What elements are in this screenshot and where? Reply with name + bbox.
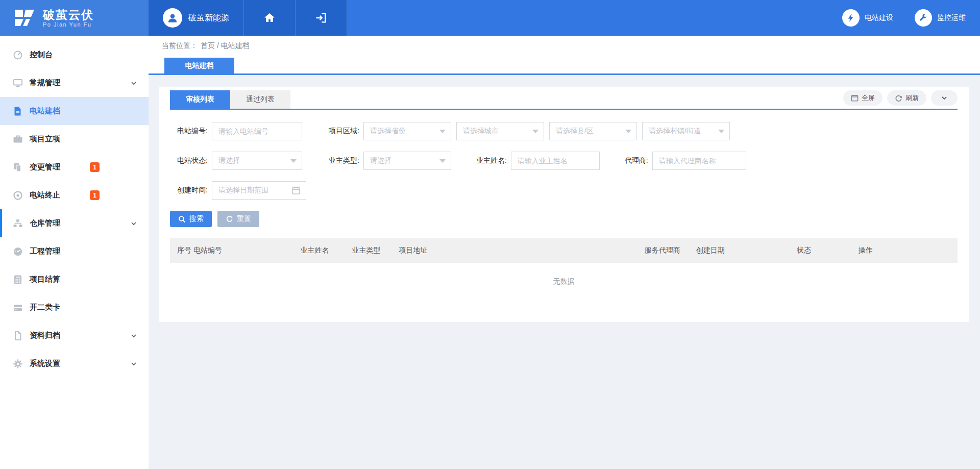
sidebar-item-system-settings[interactable]: 系统设置 <box>0 350 149 378</box>
search-icon <box>178 215 186 223</box>
page-tab-bar: 电站建档 <box>149 56 980 75</box>
top-bar: 破茧云伏 Po Jian Yun Fu 破茧新能源 <box>0 0 980 36</box>
select-caret-icon <box>718 130 724 133</box>
panel-tabs: 审核列表 通过列表 全屏 刷新 <box>170 90 958 110</box>
collapse-button[interactable] <box>931 90 958 106</box>
brand-logo: 破茧云伏 Po Jian Yun Fu <box>0 0 149 36</box>
tab-passed-list[interactable]: 通过列表 <box>230 90 290 109</box>
chevron-down-icon <box>941 94 948 102</box>
logout-icon <box>315 12 327 24</box>
station-terminate-badge: 1 <box>90 190 100 200</box>
col-owner-name: 业主姓名 <box>301 246 352 255</box>
agent-label: 代理商: <box>625 156 648 165</box>
home-button[interactable] <box>244 0 296 36</box>
province-select[interactable]: 请选择省份 <box>363 122 451 140</box>
sidebar-item-station-terminate[interactable]: 电站终止 1 <box>0 181 149 209</box>
sidebar-item-change-mgmt[interactable]: 变更管理 1 <box>0 153 149 181</box>
col-station-no: 电站编号 <box>193 246 300 255</box>
results-table: 序号 电站编号 业主姓名 业主类型 项目地址 服务代理商 创建日期 状态 操作 … <box>170 238 958 301</box>
col-project-addr: 项目地址 <box>399 246 645 255</box>
filter-form: 电站编号: 项目区域: 请选择省份 请选择城市 请选择县/区 <box>170 110 958 227</box>
station-no-input[interactable] <box>212 122 302 140</box>
avatar <box>163 8 182 28</box>
change-mgmt-badge: 1 <box>90 162 100 172</box>
dashboard-icon <box>13 50 23 60</box>
reset-button[interactable]: 重置 <box>217 211 259 227</box>
city-select[interactable]: 请选择城市 <box>456 122 544 140</box>
region-label: 项目区域: <box>329 127 359 136</box>
content-area: 当前位置： 首页 / 电站建档 电站建档 审核列表 通过列表 全屏 <box>149 36 980 469</box>
user-menu[interactable]: 破茧新能源 <box>149 0 244 36</box>
sidebar-item-open-card[interactable]: 开二类卡 <box>0 293 149 322</box>
owner-name-label: 业主姓名: <box>476 156 507 165</box>
brand-subtitle: Po Jian Yun Fu <box>43 21 94 28</box>
station-build-link[interactable]: 电站建设 <box>842 9 893 27</box>
col-owner-type: 业主类型 <box>352 246 399 255</box>
user-name: 破茧新能源 <box>188 13 229 23</box>
county-select[interactable]: 请选择县/区 <box>549 122 637 140</box>
owner-type-select[interactable]: 请选择 <box>363 152 451 170</box>
owner-type-label: 业主类型: <box>329 156 359 165</box>
document-icon <box>13 106 23 116</box>
col-service-agent: 服务代理商 <box>645 246 696 255</box>
sidebar-item-general-mgmt[interactable]: 常规管理 <box>0 69 149 97</box>
sidebar-item-project-settlement[interactable]: 项目结算 <box>0 265 149 293</box>
sidebar: 控制台 常规管理 电站建档 项 <box>0 36 149 469</box>
app-window: 破茧云伏 Po Jian Yun Fu 破茧新能源 <box>0 0 980 469</box>
sidebar-item-console[interactable]: 控制台 <box>0 41 149 69</box>
village-select[interactable]: 请选择村镇/街道 <box>642 122 730 140</box>
fullscreen-icon <box>851 94 859 102</box>
select-caret-icon <box>532 130 538 133</box>
monitor-ops-label: 监控运维 <box>937 13 966 22</box>
panel-toolbar: 全屏 刷新 <box>843 90 958 109</box>
copy-icon <box>13 162 23 172</box>
refresh-icon <box>895 94 902 102</box>
agent-input[interactable] <box>652 152 746 170</box>
station-status-label: 电站状态: <box>170 156 208 165</box>
home-icon <box>263 12 276 24</box>
select-caret-icon <box>625 130 631 133</box>
sidebar-item-data-archive[interactable]: 资料归档 <box>0 322 149 350</box>
refresh-button[interactable]: 刷新 <box>887 90 926 106</box>
owner-name-input[interactable] <box>511 152 600 170</box>
col-created-date: 创建日期 <box>696 246 797 255</box>
table-header-row: 序号 电站编号 业主姓名 业主类型 项目地址 服务代理商 创建日期 状态 操作 <box>170 238 958 263</box>
created-time-label: 创建时间: <box>170 186 208 195</box>
select-caret-icon <box>439 130 446 133</box>
top-nav: 破茧新能源 <box>149 0 347 36</box>
briefcase-icon <box>13 134 23 144</box>
reset-icon <box>226 215 233 223</box>
station-build-label: 电站建设 <box>865 13 893 22</box>
fullscreen-button[interactable]: 全屏 <box>843 90 883 106</box>
sidebar-item-project-initiation[interactable]: 项目立项 <box>0 125 149 153</box>
breadcrumb-path[interactable]: 首页 / 电站建档 <box>201 41 250 51</box>
breadcrumb: 当前位置： 首页 / 电站建档 <box>149 36 980 56</box>
chevron-down-icon <box>130 332 137 339</box>
select-caret-icon <box>290 159 297 163</box>
calendar-icon <box>291 186 301 195</box>
logout-button[interactable] <box>296 0 347 36</box>
col-seq: 序号 <box>177 246 193 255</box>
page-tab-station-archive[interactable]: 电站建档 <box>164 58 234 73</box>
archive-icon <box>13 331 23 341</box>
sidebar-item-engineering-mgmt[interactable]: 工程管理 <box>0 237 149 265</box>
col-status: 状态 <box>797 246 859 255</box>
calculator-icon <box>13 275 23 285</box>
brand-title: 破茧云伏 <box>43 8 94 21</box>
monitor-ops-link[interactable]: 监控运维 <box>915 9 966 27</box>
empty-state: 无数据 <box>170 263 958 301</box>
gauge-icon <box>13 246 23 257</box>
chevron-down-icon <box>130 220 137 227</box>
date-range-picker[interactable]: 请选择日期范围 <box>212 181 306 200</box>
top-right-links: 电站建设 监控运维 <box>347 0 980 36</box>
wrench-icon <box>915 9 932 27</box>
search-button[interactable]: 搜索 <box>170 211 212 227</box>
station-status-select[interactable]: 请选择 <box>212 152 302 170</box>
sidebar-item-station-archive[interactable]: 电站建档 <box>0 97 149 125</box>
card-icon <box>13 303 23 313</box>
sitemap-icon <box>13 218 23 229</box>
sidebar-item-warehouse-mgmt[interactable]: 仓库管理 <box>0 209 149 237</box>
brand-logo-icon <box>13 7 36 29</box>
col-actions: 操作 <box>859 246 958 255</box>
tab-review-list[interactable]: 审核列表 <box>170 90 230 109</box>
